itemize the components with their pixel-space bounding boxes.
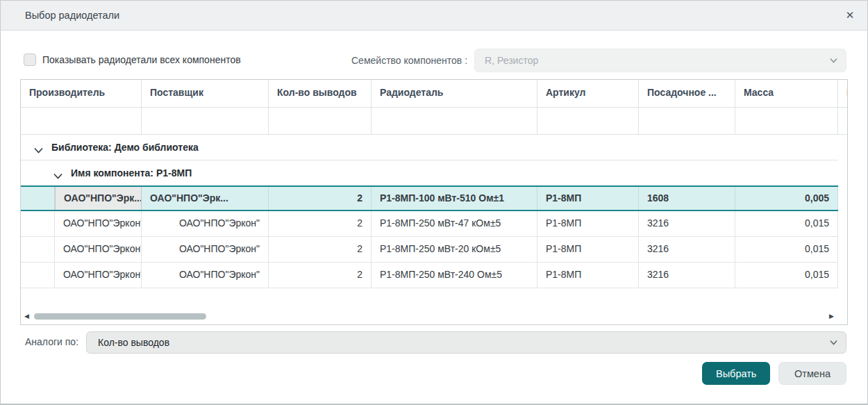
- cell-manufacturer[interactable]: ОАО"НПО"Эрк...: [55, 187, 142, 210]
- filter-cell[interactable]: [639, 108, 735, 134]
- column-header[interactable]: Производитель: [21, 80, 142, 107]
- cell-mass[interactable]: 0,005: [735, 187, 838, 210]
- show-all-checkbox[interactable]: [24, 53, 36, 66]
- cell-supplier[interactable]: ОАО"НПО"Эркон": [142, 263, 269, 288]
- cell-pins[interactable]: 2: [269, 187, 372, 210]
- column-header[interactable]: Радиодеталь: [372, 80, 537, 107]
- cell-mass[interactable]: 0,015: [735, 211, 838, 236]
- column-header[interactable]: П: [838, 80, 848, 107]
- chevron-down-icon: [830, 58, 837, 63]
- cell-pins[interactable]: 2: [269, 263, 372, 288]
- analogs-label: Аналоги по:: [25, 336, 78, 347]
- cell-footprint[interactable]: 3216: [639, 237, 735, 262]
- filter-row: [21, 108, 847, 135]
- cell-article[interactable]: Р1-8МП: [537, 263, 639, 288]
- cell-footprint[interactable]: 1608: [639, 187, 735, 210]
- show-all-checkbox-group: Показывать радиодетали всех компонентов: [24, 53, 241, 66]
- row-indent-cell[interactable]: [21, 187, 55, 210]
- filter-cell[interactable]: [838, 108, 848, 134]
- components-table: ПроизводительПоставщикКол-во выводовРади…: [20, 79, 848, 325]
- table-body: ОАО"НПО"Эрк...ОАО"НПО"Эрк...2Р1-8МП-100 …: [21, 185, 847, 288]
- group-label: Библиотека: Демо библиотека: [51, 142, 199, 153]
- chevron-down-icon[interactable]: [34, 144, 43, 151]
- family-label: Семейство компонентов :: [351, 55, 467, 66]
- cancel-button[interactable]: Отмена: [778, 362, 846, 385]
- column-header[interactable]: Поставщик: [142, 80, 269, 107]
- title-bar: Выбор радиодетали ✕: [1, 1, 867, 31]
- table-header-row: ПроизводительПоставщикКол-во выводовРади…: [21, 80, 847, 108]
- show-all-checkbox-label: Показывать радиодетали всех компонентов: [42, 54, 241, 65]
- cell-article[interactable]: Р1-8МП: [537, 211, 639, 236]
- table-row[interactable]: ОАО"НПО"Эркон"ОАО"НПО"Эркон"2Р1-8МП-250 …: [21, 263, 838, 288]
- filter-cell[interactable]: [142, 108, 269, 134]
- cell-mass[interactable]: 0,015: [735, 263, 838, 288]
- cell-part[interactable]: Р1-8МП-100 мВт-510 Ом±1: [372, 187, 537, 210]
- analogs-select-value: Кол-во выводов: [87, 332, 846, 353]
- cell-manufacturer[interactable]: ОАО"НПО"Эркон": [55, 211, 142, 236]
- close-icon: ✕: [846, 9, 855, 21]
- column-header[interactable]: Артикул: [537, 80, 639, 107]
- cell-supplier[interactable]: ОАО"НПО"Эрк...: [142, 187, 269, 210]
- cell-supplier[interactable]: ОАО"НПО"Эркон": [142, 237, 269, 262]
- filter-cell[interactable]: [372, 108, 537, 134]
- column-header[interactable]: Масса: [735, 80, 838, 107]
- column-header[interactable]: Кол-во выводов: [269, 80, 372, 107]
- row-indent-cell[interactable]: [21, 237, 55, 262]
- horizontal-scrollbar[interactable]: ◀ ▶: [23, 312, 836, 321]
- scroll-right-icon[interactable]: ▶: [829, 313, 835, 320]
- family-select-value: R, Резистор: [475, 49, 846, 72]
- cell-pins[interactable]: 2: [269, 211, 372, 236]
- scroll-left-icon[interactable]: ◀: [24, 313, 30, 320]
- select-button[interactable]: Выбрать: [702, 362, 770, 385]
- filter-cell[interactable]: [537, 108, 639, 134]
- dialog-title: Выбор радиодетали: [25, 1, 119, 30]
- group-label: Имя компонента: Р1-8МП: [71, 167, 192, 179]
- family-group: Семейство компонентов : R, Резистор: [351, 49, 846, 72]
- chevron-down-icon: [830, 340, 837, 345]
- cell-article[interactable]: Р1-8МП: [537, 187, 639, 210]
- table-row[interactable]: ОАО"НПО"Эркон"ОАО"НПО"Эркон"2Р1-8МП-250 …: [21, 237, 838, 263]
- cell-footprint[interactable]: 3216: [639, 211, 735, 236]
- cell-footprint[interactable]: 3216: [639, 263, 735, 288]
- group-row-component[interactable]: Имя компонента: Р1-8МП: [21, 160, 838, 185]
- component-picker-dialog: Выбор радиодетали ✕ Показывать радиодета…: [0, 0, 868, 405]
- cell-part[interactable]: Р1-8МП-250 мВт-47 кОм±5: [372, 211, 537, 236]
- cell-part[interactable]: Р1-8МП-250 мВт-20 кОм±5: [372, 237, 537, 262]
- cell-pins[interactable]: 2: [269, 237, 372, 262]
- cell-mass[interactable]: 0,015: [735, 237, 838, 262]
- family-select[interactable]: R, Резистор: [474, 49, 846, 72]
- close-button[interactable]: ✕: [842, 8, 858, 23]
- table-row[interactable]: ОАО"НПО"Эркон"ОАО"НПО"Эркон"2Р1-8МП-250 …: [21, 211, 838, 237]
- row-indent-cell[interactable]: [21, 211, 55, 236]
- row-indent-cell[interactable]: [21, 263, 55, 288]
- cell-article[interactable]: Р1-8МП: [537, 237, 639, 262]
- filter-cell[interactable]: [735, 108, 838, 134]
- cell-part[interactable]: Р1-8МП-250 мВт-240 Ом±5: [372, 263, 537, 288]
- filter-cell[interactable]: [21, 108, 142, 134]
- cell-manufacturer[interactable]: ОАО"НПО"Эркон": [55, 237, 142, 262]
- filter-cell[interactable]: [269, 108, 372, 134]
- analogs-select[interactable]: Кол-во выводов: [86, 331, 846, 354]
- group-row-library[interactable]: Библиотека: Демо библиотека: [21, 135, 838, 160]
- cell-supplier[interactable]: ОАО"НПО"Эркон": [142, 211, 269, 236]
- table-row[interactable]: ОАО"НПО"Эрк...ОАО"НПО"Эрк...2Р1-8МП-100 …: [21, 185, 838, 211]
- cell-manufacturer[interactable]: ОАО"НПО"Эркон": [55, 263, 142, 288]
- column-header[interactable]: Посадочное ...: [639, 80, 735, 107]
- chevron-down-icon[interactable]: [53, 170, 62, 176]
- scrollbar-thumb[interactable]: [34, 313, 206, 320]
